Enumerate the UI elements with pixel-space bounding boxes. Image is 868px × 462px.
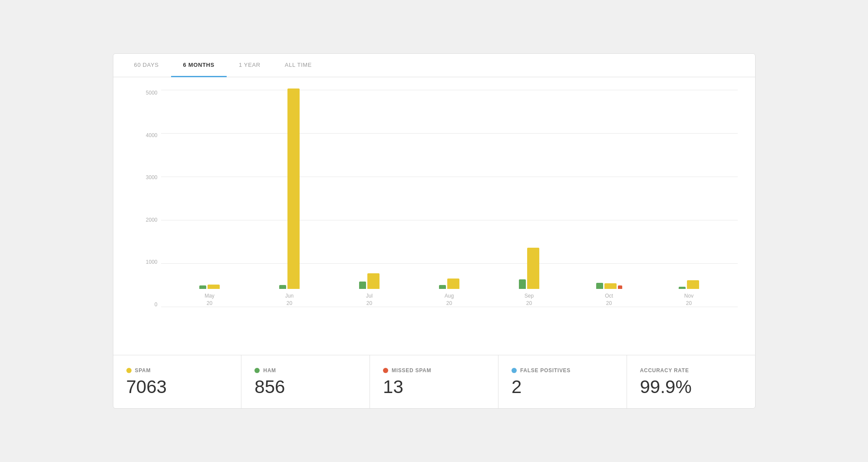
month-group: Sep20 bbox=[489, 248, 569, 307]
month-group: Jul20 bbox=[330, 273, 409, 307]
stat-label: FALSE POSITIVES bbox=[512, 367, 614, 374]
chart-area: 010002000300040005000 May20Jun20Jul20Aug… bbox=[113, 77, 755, 355]
stat-cell-ham: HAM856 bbox=[241, 355, 370, 408]
bars bbox=[489, 248, 569, 289]
tab-60-days[interactable]: 60 DAYS bbox=[122, 54, 171, 77]
bar-spam bbox=[367, 273, 380, 289]
tabs-container: 60 DAYS6 MONTHS1 YEARALL TIME bbox=[113, 54, 755, 77]
bar-spam bbox=[447, 279, 459, 289]
x-label: Jun20 bbox=[285, 292, 294, 307]
bar-spam bbox=[527, 248, 539, 289]
chart-inner: 010002000300040005000 May20Jun20Jul20Aug… bbox=[139, 90, 738, 324]
stat-label-text: MISSED SPAM bbox=[392, 367, 431, 374]
bar-spam bbox=[208, 285, 220, 289]
x-label: Jul20 bbox=[366, 292, 373, 307]
y-label: 0 bbox=[139, 302, 161, 307]
bar-spam bbox=[604, 283, 617, 289]
x-label: Sep20 bbox=[525, 292, 534, 307]
legend-dot bbox=[254, 368, 260, 373]
bar-ham bbox=[279, 285, 286, 289]
bar-spam bbox=[687, 280, 699, 289]
stat-value: 856 bbox=[254, 378, 356, 396]
stats-row: SPAM7063HAM856MISSED SPAM13FALSE POSITIV… bbox=[113, 355, 755, 408]
bar-ham bbox=[199, 285, 206, 289]
stat-value: 7063 bbox=[126, 378, 228, 396]
stat-value: 2 bbox=[512, 378, 614, 396]
legend-dot bbox=[383, 368, 388, 373]
stat-value: 13 bbox=[383, 378, 485, 396]
bar-ham bbox=[596, 283, 603, 289]
stat-label: ACCURACY RATE bbox=[640, 367, 742, 374]
bars-container: May20Jun20Jul20Aug20Sep20Oct20Nov20 bbox=[161, 90, 738, 307]
bars bbox=[649, 280, 729, 289]
bars bbox=[409, 279, 489, 289]
stat-label-text: SPAM bbox=[135, 367, 151, 374]
legend-dot bbox=[512, 368, 517, 373]
main-card: 60 DAYS6 MONTHS1 YEARALL TIME 0100020003… bbox=[113, 53, 756, 409]
tab-all-time[interactable]: ALL TIME bbox=[273, 54, 324, 77]
month-group: Nov20 bbox=[649, 280, 729, 307]
y-label: 1000 bbox=[139, 259, 161, 265]
bar-ham bbox=[519, 279, 526, 289]
stat-label: SPAM bbox=[126, 367, 228, 374]
stat-label: HAM bbox=[254, 367, 356, 374]
stat-cell-missed-spam: MISSED SPAM13 bbox=[370, 355, 498, 408]
y-label: 5000 bbox=[139, 90, 161, 95]
bar-missed bbox=[618, 285, 622, 289]
y-label: 3000 bbox=[139, 175, 161, 180]
stat-cell-spam: SPAM7063 bbox=[113, 355, 242, 408]
month-group: Jun20 bbox=[250, 88, 330, 307]
stat-cell-false-positives: FALSE POSITIVES2 bbox=[498, 355, 627, 408]
bars bbox=[170, 285, 250, 289]
bar-spam bbox=[287, 88, 300, 289]
stat-label-text: ACCURACY RATE bbox=[640, 367, 689, 374]
legend-dot bbox=[126, 368, 132, 373]
month-group: May20 bbox=[170, 285, 250, 307]
bar-ham bbox=[359, 282, 366, 289]
y-label: 4000 bbox=[139, 133, 161, 138]
stat-value: 99.9% bbox=[640, 378, 742, 396]
x-label: Nov20 bbox=[684, 292, 693, 307]
stat-cell-accuracy-rate: ACCURACY RATE99.9% bbox=[627, 355, 755, 408]
tab-6-months[interactable]: 6 MONTHS bbox=[171, 54, 227, 77]
bar-ham bbox=[679, 287, 686, 289]
x-label: Oct20 bbox=[605, 292, 613, 307]
y-axis: 010002000300040005000 bbox=[139, 90, 161, 307]
month-group: Aug20 bbox=[409, 279, 489, 307]
bar-ham bbox=[439, 285, 446, 289]
stat-label-text: HAM bbox=[263, 367, 276, 374]
bars bbox=[569, 283, 649, 289]
bars bbox=[330, 273, 409, 289]
x-label: May20 bbox=[205, 292, 215, 307]
y-label: 2000 bbox=[139, 217, 161, 223]
month-group: Oct20 bbox=[569, 283, 649, 307]
tab-1-year[interactable]: 1 YEAR bbox=[227, 54, 273, 77]
x-label: Aug20 bbox=[445, 292, 454, 307]
stat-label-text: FALSE POSITIVES bbox=[520, 367, 571, 374]
stat-label: MISSED SPAM bbox=[383, 367, 485, 374]
bars bbox=[250, 88, 330, 289]
